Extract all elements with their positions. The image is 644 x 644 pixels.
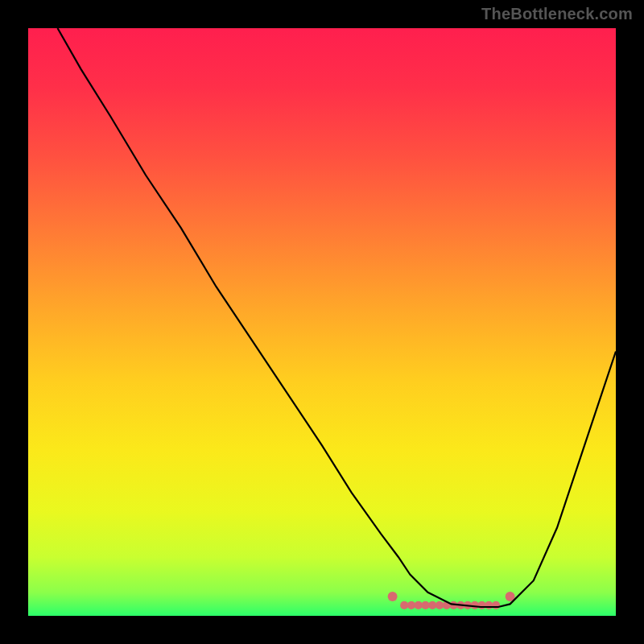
gradient-background [28, 28, 616, 616]
svg-point-0 [388, 592, 398, 601]
svg-point-6 [428, 601, 436, 609]
chart-stage: TheBottleneck.com [0, 0, 644, 644]
svg-point-13 [478, 601, 486, 609]
plot-area [28, 28, 616, 616]
svg-point-7 [436, 601, 444, 609]
watermark-text: TheBottleneck.com [481, 5, 633, 23]
svg-point-3 [407, 601, 415, 609]
svg-point-4 [415, 601, 423, 609]
svg-point-15 [492, 601, 500, 609]
svg-point-2 [400, 601, 408, 609]
svg-point-5 [421, 601, 429, 609]
svg-point-14 [485, 601, 493, 609]
plot-svg [28, 28, 616, 616]
